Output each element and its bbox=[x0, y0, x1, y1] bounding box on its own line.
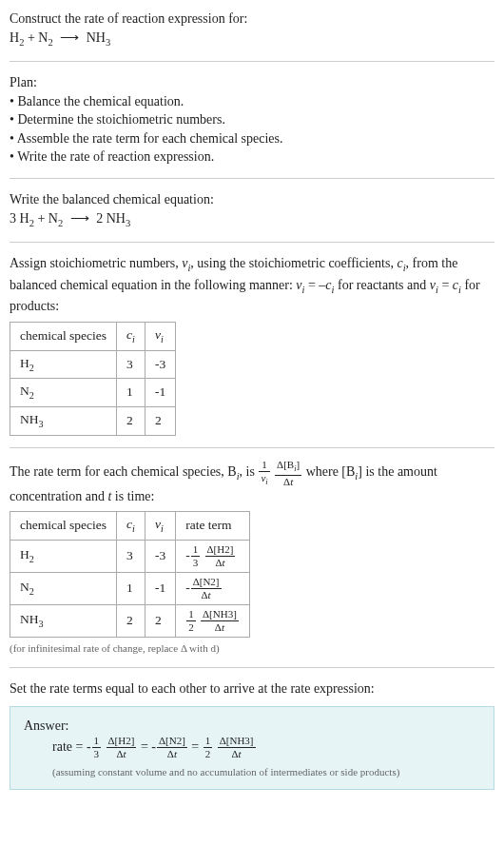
prompt-text: Construct the rate of reaction expressio… bbox=[10, 10, 494, 29]
col-rate-term: rate term bbox=[176, 512, 250, 541]
balanced-intro: Write the balanced chemical equation: bbox=[10, 190, 494, 209]
table-header-row: chemical species ci νi rate term bbox=[10, 512, 250, 541]
rate-term-cell: 12 Δ[NH3]Δt bbox=[176, 605, 250, 638]
final-intro: Set the rate terms equal to each other t… bbox=[10, 679, 494, 699]
stoich-table: chemical species ci νi H23-3 N21-1 NH322 bbox=[10, 322, 176, 436]
rate-term-table: chemical species ci νi rate term H2 3 -3… bbox=[10, 511, 250, 638]
table-row: H2 3 -3 -13 Δ[H2]Δt bbox=[10, 541, 250, 573]
col-species: chemical species bbox=[10, 322, 117, 350]
balanced-section: Write the balanced chemical equation: 3 … bbox=[10, 190, 494, 243]
plan-item: • Balance the chemical equation. bbox=[10, 92, 494, 111]
table-header-row: chemical species ci νi bbox=[10, 322, 176, 350]
rate-term-note: (for infinitesimal rate of change, repla… bbox=[10, 641, 494, 656]
table-row: NH322 bbox=[10, 407, 176, 436]
plan-heading: Plan: bbox=[10, 73, 494, 92]
answer-caveat: (assuming constant volume and no accumul… bbox=[52, 765, 480, 779]
col-species: chemical species bbox=[10, 512, 117, 541]
stoich-intro: Assign stoichiometric numbers, νi, using… bbox=[10, 254, 494, 316]
rate-term-intro: The rate term for each chemical species,… bbox=[10, 460, 494, 505]
answer-box: Answer: rate = -13 Δ[H2]Δt = -Δ[N2]Δt = … bbox=[10, 706, 494, 790]
balanced-equation: 3 H2 + N2 ⟶ 2 NH3 bbox=[10, 209, 494, 230]
col-vi: νi bbox=[145, 512, 175, 541]
table-row: NH3 2 2 12 Δ[NH3]Δt bbox=[10, 605, 250, 638]
answer-label: Answer: bbox=[24, 717, 480, 736]
unbalanced-equation: H2 + N2 ⟶ NH3 bbox=[10, 29, 494, 49]
final-section: Set the rate terms equal to each other t… bbox=[10, 679, 494, 801]
plan-section: Plan: • Balance the chemical equation. •… bbox=[10, 73, 494, 179]
rate-term-section: The rate term for each chemical species,… bbox=[10, 460, 494, 668]
col-ci: ci bbox=[117, 512, 145, 541]
rate-term-cell: -Δ[N2]Δt bbox=[176, 573, 250, 605]
col-vi: νi bbox=[145, 322, 175, 350]
plan-item: • Write the rate of reaction expression. bbox=[10, 148, 494, 167]
plan-item: • Assemble the rate term for each chemic… bbox=[10, 129, 494, 148]
table-row: N21-1 bbox=[10, 379, 176, 407]
rate-term-cell: -13 Δ[H2]Δt bbox=[176, 541, 250, 573]
table-row: N2 1 -1 -Δ[N2]Δt bbox=[10, 573, 250, 605]
col-ci: ci bbox=[117, 322, 145, 350]
intro-section: Construct the rate of reaction expressio… bbox=[10, 10, 494, 62]
stoich-section: Assign stoichiometric numbers, νi, using… bbox=[10, 254, 494, 448]
rate-expression: rate = -13 Δ[H2]Δt = -Δ[N2]Δt = 12 Δ[NH3… bbox=[52, 736, 480, 759]
plan-item: • Determine the stoichiometric numbers. bbox=[10, 110, 494, 129]
table-row: H23-3 bbox=[10, 350, 176, 379]
